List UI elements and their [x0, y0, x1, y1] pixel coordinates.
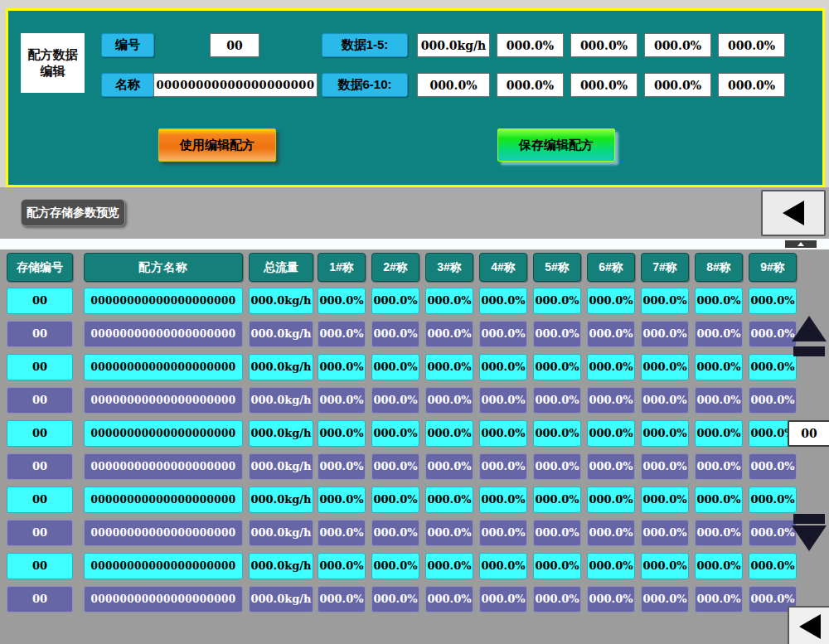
cell-scale-value: 000.0%: [318, 453, 366, 480]
cell-recipe-name: 00000000000000000000: [84, 520, 243, 546]
cell-scale-value: 000.0%: [587, 288, 635, 314]
column-header: 配方名称: [84, 253, 243, 282]
cell-scale-value: 000.0%: [587, 453, 635, 480]
cell-scale-value: 000.0%: [371, 321, 419, 347]
cell-total-flow: 000.0kg/h: [249, 354, 313, 380]
cell-storage-number: 00: [7, 453, 73, 480]
cell-storage-number: 00: [7, 586, 73, 613]
edit-data-value-field[interactable]: 000.0%: [718, 73, 785, 97]
cell-recipe-name: 00000000000000000000: [84, 354, 243, 380]
column-header: 3#称: [425, 253, 473, 282]
edit-data-value-field[interactable]: 000.0%: [644, 33, 711, 57]
cell-scale-value: 000.0%: [479, 321, 527, 347]
table-row: 0000000000000000000000000.0kg/h000.0%000…: [7, 321, 797, 347]
save-edit-recipe-button[interactable]: 保存编辑配方: [497, 128, 615, 162]
cell-scale-value: 000.0%: [749, 553, 797, 579]
cell-scale-value: 000.0%: [479, 387, 527, 414]
cell-scale-value: 000.0%: [479, 487, 527, 513]
cell-scale-value: 000.0%: [425, 387, 473, 414]
data-6-10-label-button[interactable]: 数据6-10:: [322, 73, 408, 97]
cell-scale-value: 000.0%: [371, 553, 419, 579]
edit-data-value-field[interactable]: 000.0kg/h: [417, 33, 490, 57]
cell-storage-number: 00: [7, 288, 73, 314]
cell-scale-value: 000.0%: [641, 321, 689, 347]
cell-scale-value: 000.0%: [533, 520, 581, 546]
down-arrow-icon: [792, 525, 827, 551]
cell-scale-value: 000.0%: [425, 453, 473, 480]
cell-scale-value: 000.0%: [479, 553, 527, 579]
cell-storage-number: 00: [7, 387, 73, 414]
cell-scale-value: 000.0%: [641, 387, 689, 414]
cell-scale-value: 000.0%: [587, 321, 635, 347]
table-row: 0000000000000000000000000.0kg/h000.0%000…: [7, 453, 797, 480]
down-arrow-bar: [793, 514, 825, 524]
cell-scale-value: 000.0%: [533, 354, 581, 380]
edit-data-value-field[interactable]: 000.0%: [644, 73, 711, 97]
cell-scale-value: 000.0%: [749, 288, 797, 314]
cell-scale-value: 000.0%: [318, 520, 366, 546]
cell-scale-value: 000.0%: [695, 453, 743, 480]
column-header: 9#称: [749, 253, 797, 282]
name-label-button[interactable]: 名称: [101, 73, 154, 97]
number-value-field[interactable]: 00: [210, 33, 259, 57]
cell-scale-value: 000.0%: [695, 288, 743, 314]
table-header-row: 存储编号配方名称总流量1#称2#称3#称4#称5#称6#称7#称8#称9#称: [7, 253, 797, 282]
table-row: 0000000000000000000000000.0kg/h000.0%000…: [7, 288, 797, 314]
cell-scale-value: 000.0%: [425, 321, 473, 347]
back-button-top[interactable]: [761, 190, 826, 236]
edit-data-value-field[interactable]: 000.0%: [497, 33, 564, 57]
cell-scale-value: 000.0%: [587, 354, 635, 380]
cell-scale-value: 000.0%: [749, 487, 797, 513]
cell-recipe-name: 00000000000000000000: [84, 586, 243, 613]
recipe-storage-table: 存储编号配方名称总流量1#称2#称3#称4#称5#称6#称7#称8#称9#称 0…: [0, 249, 829, 644]
cell-total-flow: 000.0kg/h: [249, 288, 313, 314]
scroll-up-mini-icon: [797, 242, 804, 246]
back-button-bottom[interactable]: [788, 606, 829, 644]
cell-recipe-name: 00000000000000000000: [84, 288, 243, 314]
cell-scale-value: 000.0%: [533, 321, 581, 347]
cell-scale-value: 000.0%: [371, 387, 419, 414]
cell-recipe-name: 00000000000000000000: [84, 321, 243, 347]
column-header: 7#称: [641, 253, 689, 282]
page-index-field[interactable]: 00: [788, 420, 829, 447]
panel-title: 配方数据 编辑: [21, 33, 85, 93]
recipe-storage-preview-button[interactable]: 配方存储参数预览: [21, 199, 125, 226]
edit-data-value-field[interactable]: 000.0%: [570, 73, 638, 97]
cell-scale-value: 000.0%: [695, 586, 743, 613]
up-arrow-bar: [793, 346, 825, 356]
cell-scale-value: 000.0%: [318, 586, 366, 613]
edit-data-value-field[interactable]: 000.0%: [570, 33, 638, 57]
cell-scale-value: 000.0%: [371, 420, 419, 447]
scroll-top-handle[interactable]: [785, 240, 817, 248]
data-6-10-values: 000.0%000.0%000.0%000.0%000.0%: [417, 73, 785, 97]
recipe-edit-panel: 配方数据 编辑 编号 00 数据1-5: 000.0kg/h000.0%000.…: [6, 8, 825, 187]
edit-data-value-field[interactable]: 000.0%: [497, 73, 564, 97]
scroll-down-button[interactable]: [790, 514, 828, 551]
cell-scale-value: 000.0%: [587, 387, 635, 414]
column-header: 2#称: [371, 253, 419, 282]
cell-recipe-name: 00000000000000000000: [84, 387, 243, 414]
edit-data-value-field[interactable]: 000.0%: [718, 33, 785, 57]
cell-scale-value: 000.0%: [479, 453, 527, 480]
cell-scale-value: 000.0%: [425, 487, 473, 513]
panel-title-line1: 配方数据: [28, 46, 78, 63]
use-edit-recipe-button[interactable]: 使用编辑配方: [158, 128, 276, 162]
cell-total-flow: 000.0kg/h: [249, 553, 313, 579]
data-1-5-label-button[interactable]: 数据1-5:: [322, 33, 408, 57]
table-row: 0000000000000000000000000.0kg/h000.0%000…: [7, 586, 797, 613]
cell-scale-value: 000.0%: [641, 520, 689, 546]
name-value-field[interactable]: 00000000000000000000: [153, 73, 318, 97]
cell-scale-value: 000.0%: [425, 586, 473, 613]
cell-scale-value: 000.0%: [533, 586, 581, 613]
divider-strip: [0, 239, 829, 249]
cell-scale-value: 000.0%: [587, 586, 635, 613]
cell-scale-value: 000.0%: [371, 520, 419, 546]
back-icon: [783, 201, 804, 225]
number-label-button[interactable]: 编号: [101, 33, 154, 57]
scroll-up-button[interactable]: [790, 316, 828, 356]
cell-scale-value: 000.0%: [749, 453, 797, 480]
cell-scale-value: 000.0%: [587, 487, 635, 513]
cell-total-flow: 000.0kg/h: [249, 586, 313, 613]
edit-data-value-field[interactable]: 000.0%: [417, 73, 490, 97]
cell-scale-value: 000.0%: [641, 354, 689, 380]
